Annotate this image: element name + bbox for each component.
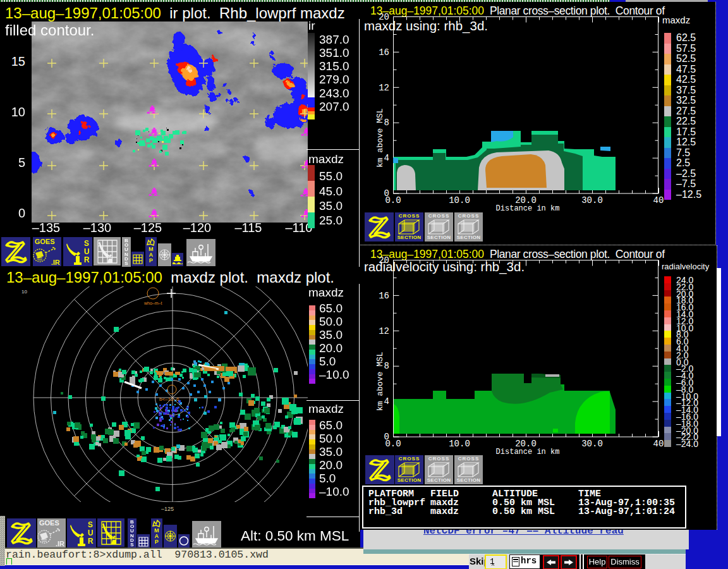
svg-text:S: S — [84, 239, 89, 248]
svg-text:S: S — [88, 520, 93, 529]
svg-text:10: 10 — [21, 289, 27, 295]
svg-text:who–m–t: who–m–t — [143, 301, 162, 305]
svg-text:–125: –125 — [161, 506, 174, 512]
svg-text:R: R — [88, 537, 94, 546]
svg-text:b<–12–6: b<–12–6 — [159, 396, 179, 402]
svg-text:R: R — [84, 255, 90, 264]
svg-text:U: U — [84, 247, 90, 256]
svg-text:U: U — [88, 529, 94, 537]
